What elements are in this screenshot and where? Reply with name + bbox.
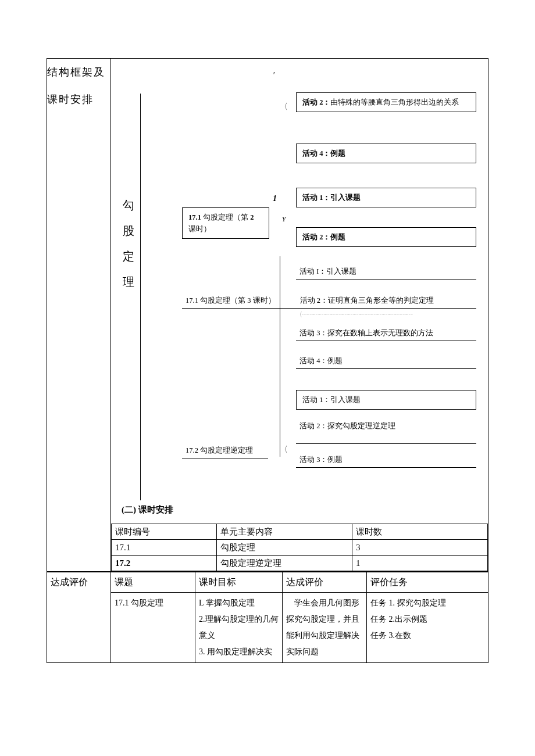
eval-header-row: 达成评价 课题 课时目标 达成评价 评价任务 [47,572,488,593]
bracket-mark-1: 〈 [280,101,288,113]
eval-h-topic: 课题 [111,572,195,593]
sched-h-id: 课时编号 [112,524,217,540]
sched-h-content: 单元主要内容 [217,524,352,540]
s1-activity2: 活动 2：由特殊的等腰直角三角形得出边的关系 [296,92,476,112]
sched-r1-content: 勾股定理 [217,540,352,556]
s4-title: 17.2 勾股定理逆定理 [182,445,268,458]
eval-r1-achieve: 学生会用几何图形探究勾股定理，并且能利用勾股定理解决实际问题 [283,592,367,662]
s2-a2-text: 活动 2：例题 [302,233,345,241]
eval-r1-topic: 17.1 勾股定理 [111,592,195,662]
s2-a1-text: 活动 1：引入课题 [302,194,361,202]
s1-a2-text: 由特殊的等腰直角三角形得出边的关系 [330,98,459,106]
y-italic: Y [282,214,286,225]
schedule-row-2: 17.2 勾股定理逆定理 1 [112,556,488,571]
s2-title: 17.1 勾股定理（第 2 课时） [182,207,269,239]
s2-activity1: 活动 1：引入课题 [296,188,476,207]
sched-r2-hours: 1 [352,556,488,571]
schedule-header-row: 课时编号 单元主要内容 课时数 [112,524,488,540]
s1-a4-text: 活动 4：例题 [302,149,345,157]
schedule-table: 课时编号 单元主要内容 课时数 17.1 勾股定理 3 17.2 勾股定理逆定理… [111,524,488,571]
s3-title-line: 17.1 勾股定理（第 3 课时） 活动 2：证明直角三角形全等的判定定理 [182,295,476,309]
eval-r1-goal: L 掌握勾股定理 2.理解勾股定理的几何意义 3. 用勾股定理解决实 [195,592,283,662]
s3-activityI: 活动 I：引入课题 [296,266,476,280]
sched-r1-hours: 3 [352,540,488,556]
root-vertical-line [140,94,141,500]
sched-h-hours: 课时数 [352,524,488,540]
side-label-evaluation: 达成评价 [47,572,111,663]
diagram-area: ′ 〈 勾股定理 活动 2：由特殊的等腰直角三角形得出边的关系 活动 4：例题 … [111,59,488,524]
s3-activity3: 活动 3：探究在数轴上表示无理数的方法 [296,327,476,341]
eval-h-goal: 课时目标 [195,572,283,593]
s3-vertical-line [280,256,280,457]
eval-h-achieve: 达成评价 [283,572,367,593]
dashed-arrow: 〈┄┄┄┄┄┄┄┄┄┄┄┄┄┄┄┄┄┄┄ [296,310,412,320]
schedule-row-1: 17.1 勾股定理 3 [112,540,488,556]
bracket-mark-2: 〈 [280,443,288,456]
one-italic: 1 [273,192,277,205]
structure-content-cell: ′ 〈 勾股定理 活动 2：由特殊的等腰直角三角形得出边的关系 活动 4：例题 … [111,59,488,572]
s4-activity3: 活动 3：例题 [296,454,476,468]
tick-mark: ′ [273,69,274,82]
side-label-structure: 结构框架及课时安排 [47,59,111,572]
sched-r2-id: 17.2 [112,556,217,571]
evaluation-table: 达成评价 课题 课时目标 达成评价 评价任务 17.1 勾股定理 L 掌握勾股定… [47,572,488,663]
s2-activity2: 活动 2：例题 [296,227,476,247]
eval-h-task: 评价任务 [367,572,488,593]
sched-r1-id: 17.1 [112,540,217,556]
schedule-subheader: (二) 课时安排 [122,503,173,517]
sched-r2-content: 勾股定理逆定理 [217,556,352,571]
s3-activity4: 活动 4：例题 [296,355,476,369]
eval-row-1: 17.1 勾股定理 L 掌握勾股定理 2.理解勾股定理的几何意义 3. 用勾股定… [47,592,488,662]
s4-activity2: 活动 2：探究勾股定理逆定理 [296,420,476,444]
root-label: 勾股定理 [122,192,135,295]
s1-activity4: 活动 4：例题 [296,144,476,163]
eval-r1-task: 任务 1. 探究勾股定理 任务 2.出示例题 任务 3.在数 [367,592,488,662]
s4-activity1: 活动 1：引入课题 [296,390,476,410]
side-label-text: 结构框架及课时安排 [47,66,105,105]
main-structure-table: 结构框架及课时安排 ′ 〈 勾股定理 活动 2：由特殊的等腰直角三角形得出边的关… [47,58,488,572]
